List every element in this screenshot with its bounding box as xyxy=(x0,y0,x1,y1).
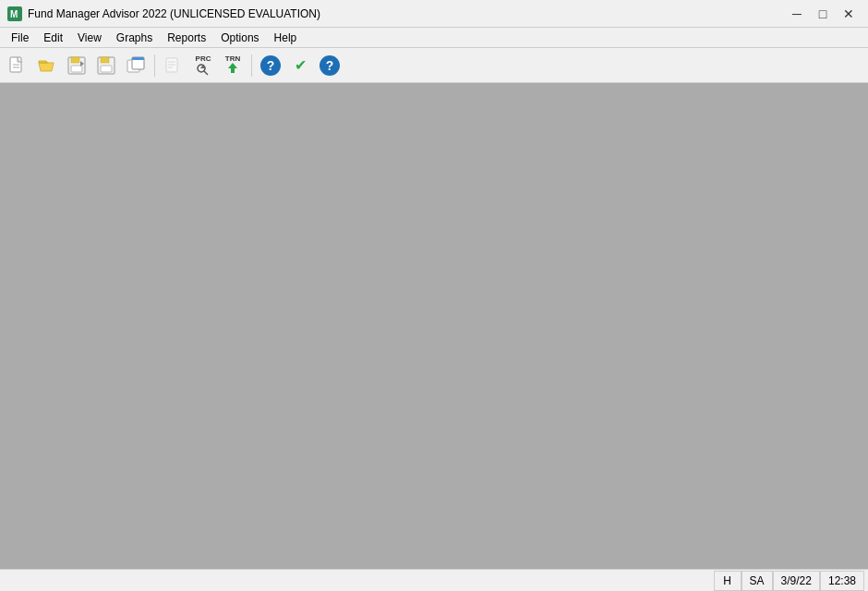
svg-marker-23 xyxy=(228,63,237,68)
svg-rect-15 xyxy=(132,57,144,60)
svg-rect-24 xyxy=(231,68,235,73)
about-button[interactable]: ? xyxy=(316,52,344,79)
edit-button[interactable] xyxy=(160,52,187,79)
open-icon xyxy=(37,55,57,76)
menu-help[interactable]: Help xyxy=(267,28,305,48)
menu-file[interactable]: File xyxy=(4,28,36,48)
status-date: 3/9/22 xyxy=(773,571,820,591)
menu-bar: File Edit View Graphs Reports Options He… xyxy=(0,28,868,48)
svg-line-21 xyxy=(204,71,208,75)
svg-rect-7 xyxy=(71,57,79,63)
trn-icon: TRN xyxy=(220,52,246,79)
status-time: 12:38 xyxy=(820,571,864,591)
title-text: Fund Manager Advisor 2022 (UNLICENSED EV… xyxy=(28,7,320,20)
save-as-button[interactable] xyxy=(63,52,90,79)
app-icon: M xyxy=(7,6,22,21)
check-icon: ✔ xyxy=(290,55,310,76)
about-icon: ? xyxy=(319,55,340,76)
menu-edit[interactable]: Edit xyxy=(36,28,70,48)
new-file-icon xyxy=(7,55,28,76)
menu-options[interactable]: Options xyxy=(213,28,266,48)
menu-view[interactable]: View xyxy=(70,28,109,48)
copy-window-button[interactable] xyxy=(122,52,150,79)
svg-text:M: M xyxy=(10,9,18,19)
status-sa: SA xyxy=(741,571,773,591)
save-button[interactable] xyxy=(92,52,120,79)
toolbar-separator-1 xyxy=(154,54,155,77)
help-button[interactable]: ? xyxy=(257,52,284,79)
toolbar-separator-2 xyxy=(251,54,252,77)
edit-icon xyxy=(163,55,184,76)
save-icon xyxy=(96,55,116,76)
window-controls: ─ □ ✕ xyxy=(785,4,861,24)
verify-button[interactable]: ✔ xyxy=(286,52,314,79)
main-content xyxy=(0,83,868,569)
save-as-icon xyxy=(66,55,87,76)
svg-rect-8 xyxy=(71,66,82,72)
close-button[interactable]: ✕ xyxy=(837,4,861,24)
menu-graphs[interactable]: Graphs xyxy=(109,28,160,48)
prc-button[interactable]: PRC xyxy=(189,52,217,79)
maximize-button[interactable]: □ xyxy=(811,4,835,24)
prc-icon: PRC xyxy=(190,52,216,79)
copy-window-icon xyxy=(126,55,146,76)
svg-rect-11 xyxy=(101,57,109,63)
open-button[interactable] xyxy=(33,52,61,79)
minimize-button[interactable]: ─ xyxy=(785,4,809,24)
title-bar: M Fund Manager Advisor 2022 (UNLICENSED … xyxy=(0,0,868,28)
new-file-button[interactable] xyxy=(4,52,31,79)
toolbar: PRC TRN ? ✔ ? xyxy=(0,48,868,83)
title-left: M Fund Manager Advisor 2022 (UNLICENSED … xyxy=(7,6,320,21)
status-bar: H SA 3/9/22 12:38 xyxy=(0,569,868,591)
help-icon: ? xyxy=(260,55,281,76)
status-h: H xyxy=(714,571,741,591)
menu-reports[interactable]: Reports xyxy=(160,28,213,48)
trn-button[interactable]: TRN xyxy=(219,52,247,79)
svg-rect-12 xyxy=(101,66,112,72)
